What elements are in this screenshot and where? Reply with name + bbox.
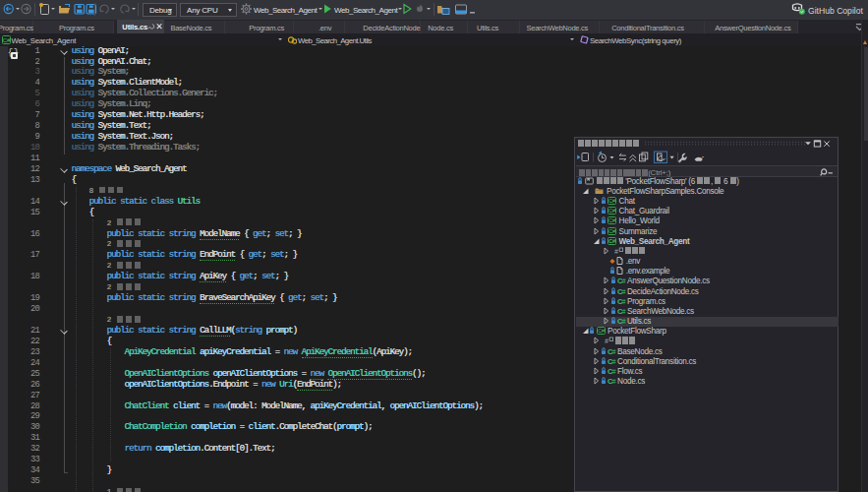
svg-text:C#: C# [608, 238, 615, 244]
svg-text:#: # [614, 247, 618, 254]
svg-text:C#: C# [609, 198, 616, 204]
svg-text:C#: C# [609, 228, 616, 234]
svg-text:#: # [605, 338, 608, 344]
svg-text:C#: C# [3, 37, 11, 43]
svg-text:C#: C# [609, 217, 616, 223]
svg-text:C#: C# [598, 328, 605, 334]
svg-text:C#: C# [609, 208, 616, 214]
